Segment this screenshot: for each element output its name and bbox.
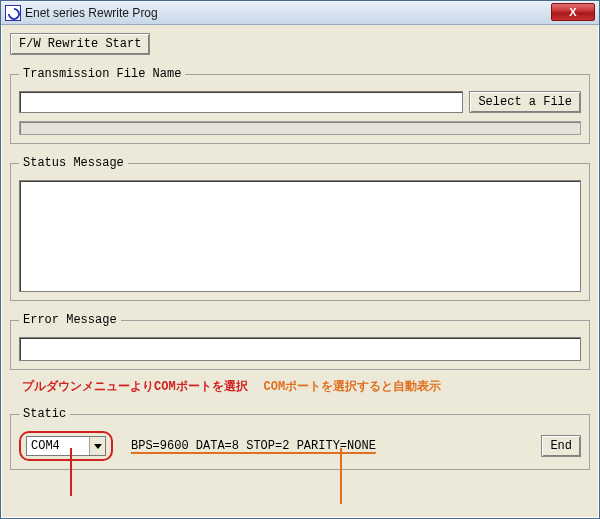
callout-line-red <box>70 448 72 496</box>
com-port-value: COM4 <box>31 439 60 453</box>
app-icon <box>5 5 21 21</box>
annotation-orange: COMポートを選択すると自動表示 <box>264 378 442 395</box>
group-error-legend: Error Message <box>19 313 121 327</box>
com-select-highlight: COM4 <box>19 431 113 461</box>
group-error: Error Message <box>10 313 590 370</box>
progress-bar <box>19 121 581 135</box>
window-title: Enet series Rewrite Prog <box>25 6 158 20</box>
app-window: Enet series Rewrite Prog X F/W Rewrite S… <box>0 0 600 519</box>
filename-field[interactable] <box>19 91 463 113</box>
rewrite-start-button[interactable]: F/W Rewrite Start <box>10 33 150 55</box>
select-file-button[interactable]: Select a File <box>469 91 581 113</box>
status-textarea[interactable] <box>19 180 581 292</box>
callout-line-orange <box>340 448 342 504</box>
annotation-red: プルダウンメニューよりCOMポートを選択 <box>22 378 248 395</box>
group-static-legend: Static <box>19 407 70 421</box>
chevron-down-icon <box>89 437 105 455</box>
group-status: Status Message <box>10 156 590 301</box>
client-area: F/W Rewrite Start Transmission File Name… <box>2 25 598 517</box>
group-transmission: Transmission File Name Select a File <box>10 67 590 144</box>
titlebar: Enet series Rewrite Prog X <box>1 1 599 25</box>
end-button[interactable]: End <box>541 435 581 457</box>
close-button[interactable]: X <box>551 3 595 21</box>
group-transmission-legend: Transmission File Name <box>19 67 185 81</box>
group-static: Static COM4 BPS=9600 DATA=8 STOP=2 PARIT… <box>10 407 590 470</box>
close-icon: X <box>569 6 576 18</box>
annotation-row: プルダウンメニューよりCOMポートを選択 COMポートを選択すると自動表示 <box>10 378 590 395</box>
group-status-legend: Status Message <box>19 156 128 170</box>
error-textarea[interactable] <box>19 337 581 361</box>
com-port-select[interactable]: COM4 <box>26 436 106 456</box>
